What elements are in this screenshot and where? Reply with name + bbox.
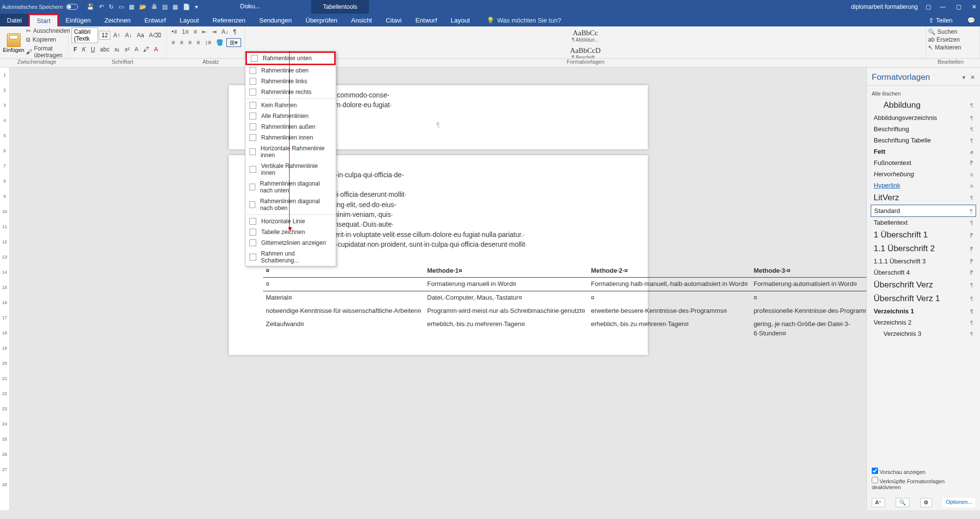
border-menu-item-1[interactable]: Rahmenlinie oben — [245, 65, 336, 76]
redo-icon[interactable]: ↻ — [109, 3, 114, 10]
style-item-fett[interactable]: Fetta — [871, 146, 976, 157]
style-item-verzeichnis1[interactable]: Verzeichnis 1¶ — [871, 306, 976, 317]
numbering-icon[interactable]: 1≡ — [180, 27, 191, 36]
border-menu-item-15[interactable]: Rahmen und Schattierung... — [245, 248, 336, 266]
grid-icon[interactable]: ▦ — [172, 3, 178, 10]
font-size-combo[interactable]: 12 — [99, 31, 110, 40]
inc-indent-icon[interactable]: ⇥ — [210, 27, 219, 36]
style-item-abbildungsverzeichnis[interactable]: Abbildungsverzeichnis¶ — [871, 112, 976, 123]
find-button[interactable]: 🔍Suchen — [928, 28, 978, 35]
border-menu-item-11[interactable]: Rahmenlinien diagonal nach oben — [245, 196, 336, 213]
style-item-berschriftverz[interactable]: Überschrift Verz¶ — [871, 278, 976, 292]
pane-close-icon[interactable]: ✕ — [970, 74, 975, 81]
replace-button[interactable]: abErsetzen — [928, 36, 978, 43]
tab-sendungen[interactable]: Sendungen — [252, 14, 299, 26]
superscript-icon[interactable]: x² — [122, 45, 131, 54]
tab-ansicht[interactable]: Ansicht — [344, 14, 379, 26]
print-icon[interactable]: 🖶 — [151, 3, 157, 10]
tab-zeichnen[interactable]: Zeichnen — [98, 14, 137, 26]
bullets-icon[interactable]: •≡ — [170, 27, 179, 36]
cut-button[interactable]: ✂Ausschneiden — [26, 27, 70, 34]
tab-citavi[interactable]: Citavi — [379, 14, 409, 26]
border-menu-item-10[interactable]: Rahmenlinien diagonal nach unten — [245, 178, 336, 196]
select-button[interactable]: ↖Markieren — [928, 44, 978, 51]
style-item-beschriftung[interactable]: Beschriftung¶ — [871, 123, 976, 135]
document-canvas[interactable]: veniam, ... aliquip·ex·ea·commodo·conse-… — [10, 68, 866, 510]
border-menu-item-5[interactable]: Alle Rahmenlinien — [245, 111, 336, 121]
style-item-verzeichnis2[interactable]: Verzeichnis 2¶ — [871, 317, 976, 328]
style-item-berschriftverz1[interactable]: Überschrift Verz 1¶ — [871, 292, 976, 306]
format-painter-button[interactable]: 🖌Format übertragen — [26, 45, 70, 59]
styles-gallery[interactable]: AaBbCc¶ Abbildun...AaBbCcD¶ Beschrift...… — [245, 26, 926, 58]
grow-font-icon[interactable]: A↑ — [111, 31, 122, 40]
preview-checkbox[interactable]: Vorschau anzeigen — [872, 468, 975, 475]
style-beschrift[interactable]: AaBbCcD¶ Beschrift... — [246, 45, 925, 58]
show-marks-icon[interactable]: ¶ — [231, 27, 238, 36]
change-case-icon[interactable]: Aa — [135, 31, 146, 40]
font-color-icon[interactable]: A — [152, 45, 160, 54]
table2-icon[interactable]: ▤ — [162, 3, 168, 10]
pane-dropdown-icon[interactable]: ▾ — [962, 74, 965, 81]
tab-entwurf[interactable]: Entwurf — [138, 14, 173, 26]
style-item-litverz[interactable]: LitVerz¶ — [871, 191, 976, 205]
strike-icon[interactable]: abc — [98, 45, 111, 54]
tab-layout[interactable]: Layout — [173, 14, 206, 26]
highlight-icon[interactable]: 🖍 — [141, 45, 151, 54]
border-menu-item-6[interactable]: Rahmenlinien außen — [245, 121, 336, 132]
shading-icon[interactable]: 🪣 — [214, 38, 225, 47]
style-item-hervorhebung[interactable]: Hervorhebunga — [871, 168, 976, 180]
more-icon[interactable]: ▾ — [195, 3, 198, 10]
border-menu-item-8[interactable]: Horizontale Rahmenlinie innen — [245, 143, 336, 161]
font-name-combo[interactable]: Calibri (Textk — [72, 27, 98, 43]
display-icon[interactable]: ▢ — [926, 3, 931, 10]
comments-icon[interactable]: 💬 — [967, 17, 975, 24]
manage-styles-button[interactable]: ⚙ — [920, 498, 932, 507]
tab-datei[interactable]: Datei — [0, 14, 28, 26]
tab-entwurf2[interactable]: Entwurf — [409, 14, 444, 26]
justify-icon[interactable]: ≡ — [195, 38, 202, 47]
undo-icon[interactable]: ↶ — [99, 3, 104, 10]
border-menu-item-7[interactable]: Rahmenlinien innen — [245, 132, 336, 143]
style-item-standard[interactable]: Standard¶ — [871, 205, 976, 217]
tell-me-search[interactable]: 💡 Was möchten Sie tun? — [487, 17, 561, 24]
border-menu-item-3[interactable]: Rahmenlinie rechts — [245, 87, 336, 97]
border-menu-item-4[interactable]: Kein Rahmen — [245, 100, 336, 111]
clear-all-link[interactable]: Alle löschen — [871, 89, 976, 98]
align-center-icon[interactable]: ≡ — [178, 38, 185, 47]
tab-layout2[interactable]: Layout — [444, 14, 477, 26]
style-item-verzeichnis3[interactable]: Verzeichnis 3¶ — [871, 328, 976, 339]
autosave-toggle[interactable]: Automatisches Speichern — [2, 4, 78, 10]
tab-referenzen[interactable]: Referenzen — [206, 14, 252, 26]
style-item-11berschrift2[interactable]: 1.1 Überschrift 2⁋ — [871, 242, 976, 256]
linked-checkbox[interactable]: Verknüpfte Formatvorlagen deaktivieren — [872, 477, 975, 490]
subscript-icon[interactable]: x₂ — [112, 45, 122, 54]
tab-einfuegen[interactable]: Einfügen — [59, 14, 98, 26]
new-style-button[interactable]: A⁺ — [872, 498, 885, 507]
align-left-icon[interactable]: ≡ — [170, 38, 177, 47]
style-item-abbildung[interactable]: Abbildung¶ — [871, 98, 976, 112]
text-effects-icon[interactable]: A — [132, 45, 140, 54]
align-right-icon[interactable]: ≡ — [186, 38, 194, 47]
tab-ueberpruefen[interactable]: Überprüfen — [299, 14, 344, 26]
style-abbildun[interactable]: AaBbCc¶ Abbildun... — [246, 27, 925, 44]
style-item-funotentext[interactable]: Fußnotentext⁋ — [871, 157, 976, 168]
tab-start[interactable]: Start — [28, 14, 58, 26]
minimize-icon[interactable]: — — [939, 3, 947, 10]
table-row[interactable]: ¤Formatierung·manuell·in·Word¤Formatieru… — [263, 278, 867, 291]
save-icon[interactable]: 💾 — [87, 3, 94, 10]
style-inspector-button[interactable]: 🔍 — [896, 498, 909, 507]
open-icon[interactable]: 📂 — [139, 3, 147, 10]
italic-icon[interactable]: K — [80, 45, 88, 54]
style-item-berschrift4[interactable]: Überschrift 4⁋ — [871, 267, 976, 278]
table-row[interactable]: Material¤Datei,·Computer,·Maus,·Tastatur… — [263, 291, 867, 305]
style-item-hyperlink[interactable]: Hyperlinka — [871, 180, 976, 191]
sort-icon[interactable]: A↓ — [220, 27, 230, 36]
borders-dropdown[interactable]: ⊞▾ — [226, 38, 241, 47]
table-row[interactable]: notwendige·Kenntnisse·für·wissenschaftli… — [263, 305, 867, 318]
clear-format-icon[interactable]: A⌫ — [147, 31, 163, 40]
close-icon[interactable]: ✕ — [970, 3, 978, 10]
table-icon[interactable]: ▦ — [129, 3, 134, 10]
underline-icon[interactable]: U — [89, 45, 97, 54]
multilevel-icon[interactable]: ≡ — [192, 27, 199, 36]
line-spacing-icon[interactable]: ↕≡ — [203, 38, 213, 47]
